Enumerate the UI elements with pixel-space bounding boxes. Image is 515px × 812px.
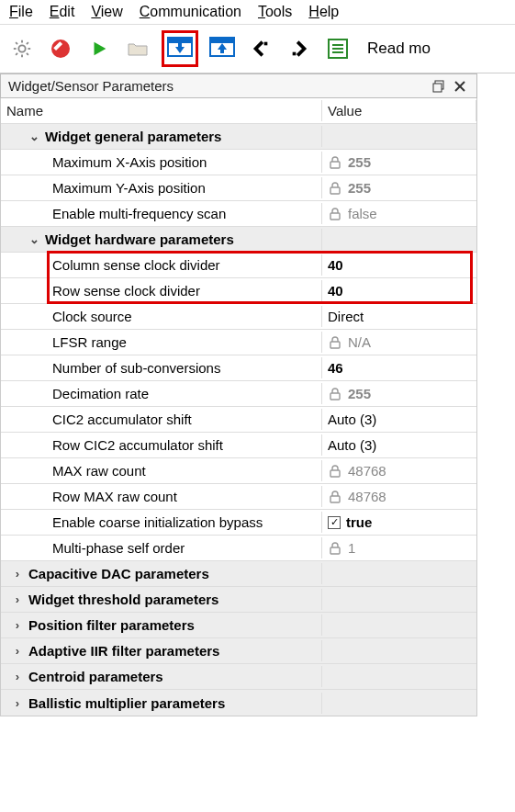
param-name: Decimation rate (52, 386, 149, 401)
param-row-col-clk[interactable]: Column sense clock divider 40 (1, 253, 476, 278)
param-value: 255 (348, 386, 371, 401)
param-name: Row MAX raw count (52, 489, 177, 504)
group-label: Adaptive IIR filter parameters (28, 643, 219, 659)
param-row-row-max-raw[interactable]: Row MAX raw count 48768 (1, 484, 476, 510)
menu-edit[interactable]: Edit (50, 4, 75, 20)
param-row-row-cic2[interactable]: Row CIC2 accumulator shift Auto (3) (1, 433, 476, 458)
param-row-max-x[interactable]: Maximum X-Axis position 255 (1, 150, 476, 175)
folder-icon[interactable] (123, 34, 152, 63)
restore-icon[interactable] (432, 80, 447, 93)
param-row-multi-freq[interactable]: Enable multi-frequency scan false (1, 201, 476, 227)
lock-icon (328, 335, 342, 350)
panel-header: Widget/Sensor Parameters (0, 73, 477, 98)
param-value: true (346, 514, 372, 530)
upload-from-device-icon[interactable] (207, 34, 237, 63)
param-name: Row CIC2 accumulator shift (52, 437, 223, 453)
download-to-device-icon[interactable] (165, 34, 195, 63)
param-row-cic2[interactable]: CIC2 accumulator shift Auto (3) (1, 407, 476, 433)
chevron-down-icon: ⌄ (27, 130, 41, 143)
svg-rect-32 (330, 393, 340, 400)
param-name: Maximum Y-Axis position (52, 180, 206, 196)
lock-icon (328, 181, 342, 196)
group-general[interactable]: ⌄Widget general parameters (1, 124, 476, 150)
svg-rect-16 (210, 38, 234, 43)
param-row-subconv[interactable]: Number of sub-conversions 46 (1, 355, 476, 381)
menu-help[interactable]: Help (308, 4, 339, 20)
chevron-right-icon: › (10, 567, 25, 581)
lock-icon (328, 490, 342, 504)
svg-rect-34 (330, 496, 340, 502)
param-value: 1 (348, 540, 355, 556)
panel-title: Widget/Sensor Parameters (8, 78, 174, 94)
no-entry-icon[interactable] (46, 34, 75, 63)
svg-rect-33 (330, 470, 340, 477)
close-icon[interactable] (454, 81, 469, 92)
svg-rect-28 (330, 162, 340, 168)
param-row-lfsr[interactable]: LFSR range N/A (1, 330, 476, 355)
export-icon[interactable] (285, 34, 314, 63)
group-capdac[interactable]: ›Capacitive DAC parameters (1, 561, 476, 587)
param-value: 255 (348, 154, 371, 170)
group-ballistic[interactable]: ›Ballistic multiplier parameters (1, 690, 476, 716)
svg-line-6 (27, 53, 28, 55)
group-posfilter[interactable]: ›Position filter parameters (1, 613, 476, 638)
col-value-header[interactable]: Value (322, 100, 476, 121)
menu-file[interactable]: File (9, 4, 33, 20)
group-centroid[interactable]: ›Centroid parameters (1, 664, 476, 690)
param-row-max-raw[interactable]: MAX raw count 48768 (1, 458, 476, 484)
lock-icon (328, 207, 342, 221)
menu-communication[interactable]: Communication (140, 4, 241, 20)
chevron-down-icon: ⌄ (27, 232, 41, 246)
param-value: Auto (3) (328, 412, 376, 427)
group-threshold[interactable]: ›Widget threshold parameters (1, 587, 476, 613)
param-row-clk-src[interactable]: Clock source Direct (1, 304, 476, 330)
svg-rect-13 (168, 38, 192, 43)
group-hardware[interactable]: ⌄Widget hardware parameters (1, 227, 476, 253)
group-label: Widget hardware parameters (45, 231, 234, 247)
group-label: Widget general parameters (45, 129, 221, 144)
menu-view[interactable]: View (91, 4, 122, 20)
toolbar: Read mo (0, 25, 515, 73)
param-row-max-y[interactable]: Maximum Y-Axis position 255 (1, 175, 476, 201)
chevron-right-icon: › (10, 618, 25, 632)
svg-rect-19 (293, 52, 297, 56)
param-row-decim[interactable]: Decimation rate 255 (1, 381, 476, 407)
param-value: Direct (328, 309, 364, 324)
param-name: Multi-phase self order (52, 540, 185, 556)
param-name: Column sense clock divider (52, 257, 220, 273)
col-name-header[interactable]: Name (1, 100, 322, 121)
checkbox-checked-icon[interactable]: ✓ (328, 516, 341, 529)
list-icon[interactable] (323, 34, 353, 63)
chevron-right-icon: › (10, 696, 25, 710)
group-label: Capacitive DAC parameters (28, 566, 209, 581)
lock-icon (328, 464, 342, 479)
param-row-row-clk[interactable]: Row sense clock divider 40 (1, 278, 476, 304)
param-value: 40 (328, 283, 343, 299)
param-name: Maximum X-Axis position (52, 154, 207, 170)
import-icon[interactable] (246, 34, 275, 63)
svg-rect-35 (330, 547, 340, 554)
grid-header: Name Value (1, 98, 476, 124)
group-adaptive[interactable]: ›Adaptive IIR filter parameters (1, 638, 476, 664)
read-mode-label[interactable]: Read mo (367, 39, 431, 58)
svg-marker-11 (95, 42, 106, 56)
menu-tools[interactable]: Tools (258, 4, 292, 20)
param-value: 40 (328, 257, 343, 273)
svg-rect-18 (264, 42, 268, 46)
param-name: Number of sub-conversions (52, 360, 220, 376)
param-row-coarse[interactable]: Enable coarse initialization bypass ✓ tr… (1, 510, 476, 536)
svg-line-5 (16, 42, 17, 44)
param-row-mpso[interactable]: Multi-phase self order 1 (1, 536, 476, 561)
svg-rect-25 (433, 84, 442, 92)
param-name: Clock source (52, 309, 132, 324)
play-icon[interactable] (84, 34, 114, 63)
gear-icon[interactable] (7, 34, 37, 63)
group-label: Centroid parameters (28, 669, 163, 684)
group-label: Widget threshold parameters (28, 592, 218, 607)
param-value: 46 (328, 360, 343, 376)
param-value: 48768 (348, 489, 386, 504)
param-name: MAX raw count (52, 463, 146, 479)
chevron-right-icon: › (10, 592, 25, 606)
param-name: Row sense clock divider (52, 283, 200, 299)
chevron-right-icon: › (10, 670, 25, 683)
